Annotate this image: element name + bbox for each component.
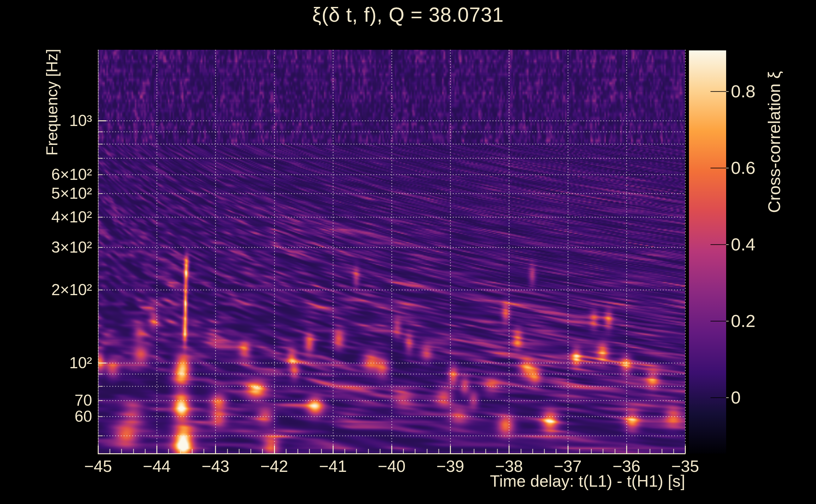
x-tick-label: −44 (125, 457, 188, 475)
spectrogram-canvas (0, 0, 816, 504)
x-tick-label: −41 (302, 457, 365, 475)
x-tick-label: −37 (536, 457, 599, 475)
y-tick-label: 70 (0, 392, 92, 409)
x-tick-label: −36 (595, 457, 658, 475)
x-tick-label: −45 (66, 457, 129, 475)
x-tick-label: −38 (477, 457, 540, 475)
y-tick-label: 10³ (0, 112, 92, 129)
y-tick-label: 3×10² (0, 239, 92, 256)
x-tick-label: −43 (184, 457, 247, 475)
colorbar-tick-label: 0.4 (731, 235, 756, 254)
x-tick-label: −40 (360, 457, 423, 475)
cross-correlation-spectrogram-figure: ξ(δ t, f), Q = 38.0731 Frequency [Hz] Ti… (0, 0, 816, 504)
colorbar-title: Cross-correlation ξ (764, 71, 784, 213)
plot-title: ξ(δ t, f), Q = 38.0731 (0, 3, 816, 26)
y-axis-title: Frequency [Hz] (43, 49, 61, 156)
colorbar-tick-label: 0 (731, 388, 741, 407)
x-tick-label: −35 (654, 457, 717, 475)
x-tick-label: −39 (419, 457, 482, 475)
y-tick-label: 5×10² (0, 185, 92, 202)
colorbar-tick-label: 0.6 (731, 158, 756, 177)
y-tick-label: 10² (0, 354, 92, 371)
y-tick-label: 2×10² (0, 281, 92, 298)
y-tick-label: 6×10² (0, 166, 92, 183)
x-tick-label: −42 (243, 457, 306, 475)
y-tick-label: 4×10² (0, 209, 92, 226)
y-tick-label: 60 (0, 408, 92, 425)
colorbar-tick-label: 0.2 (731, 312, 756, 330)
colorbar-tick-label: 0.8 (731, 82, 756, 101)
